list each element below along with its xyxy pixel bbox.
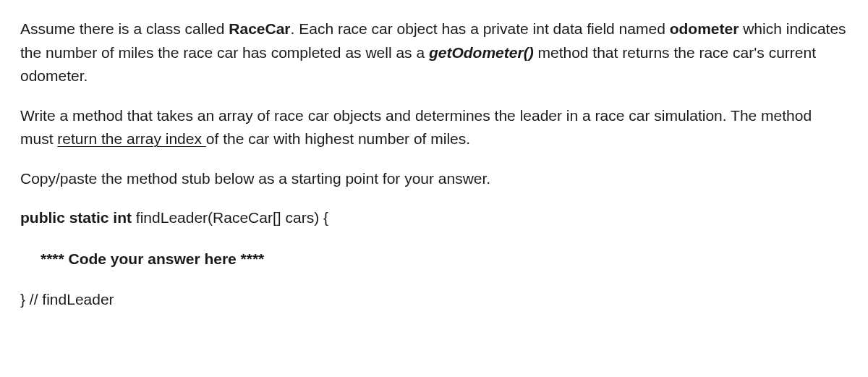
answer-placeholder: **** Code your answer here ****: [20, 247, 848, 271]
paragraph-task-description: Write a method that takes an array of ra…: [20, 104, 848, 151]
text-segment: of the car with highest number of miles.: [206, 130, 470, 147]
text-segment: . Each race car object has a private int…: [291, 20, 670, 37]
field-name: odometer: [670, 20, 739, 37]
paragraph-class-description: Assume there is a class called RaceCar. …: [20, 17, 848, 88]
method-modifiers: public static int: [20, 209, 132, 226]
underlined-requirement: return the array index: [57, 130, 205, 147]
paragraph-instruction: Copy/paste the method stub below as a st…: [20, 167, 848, 191]
method-name: getOdometer(): [429, 44, 534, 61]
text-segment: Assume there is a class called: [20, 20, 229, 37]
method-close: } // findLeader: [20, 288, 848, 312]
method-signature: public static int findLeader(RaceCar[] c…: [20, 206, 848, 230]
class-name: RaceCar: [229, 20, 290, 37]
method-declaration: findLeader(RaceCar[] cars) {: [132, 209, 328, 226]
